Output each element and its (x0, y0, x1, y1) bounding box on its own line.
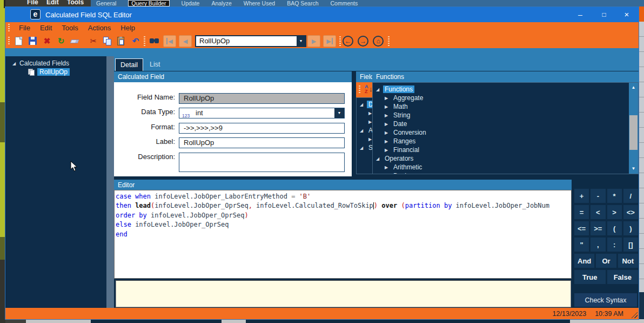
undo-icon[interactable]: ↶ (131, 36, 140, 46)
search-icon[interactable] (149, 36, 159, 46)
delete-icon[interactable]: ✖ (42, 36, 52, 46)
operator-button[interactable]: >= (591, 221, 605, 235)
operator-button[interactable]: " (574, 238, 589, 252)
operator-button[interactable]: ) (623, 221, 638, 235)
background-tab[interactable]: Comments (331, 0, 358, 6)
tree-item-arithmetic[interactable]: ▶Arithmetic (373, 163, 638, 172)
expanded-icon[interactable]: ◢ (360, 128, 367, 133)
description-input[interactable] (179, 153, 345, 172)
data-type-combo[interactable]: 123 int ▼ (179, 108, 345, 118)
tree-item-functions[interactable]: ◢Functions (373, 85, 638, 94)
label-input[interactable]: RollUpOp (179, 137, 345, 148)
nav-last-button[interactable]: ▶ (323, 35, 336, 47)
operator-button[interactable]: = (574, 205, 589, 219)
operator-button[interactable]: <= (574, 221, 589, 235)
nav-first-button[interactable]: ◀ (163, 35, 176, 47)
menu-item-tools[interactable]: Tools (57, 22, 83, 34)
tree-item-math[interactable]: ▶Math (373, 102, 638, 111)
format-input[interactable]: ->>,>>>,>>9 (179, 123, 345, 134)
expanded-icon[interactable]: ◢ (12, 61, 19, 66)
expanded-icon[interactable]: ◢ (360, 102, 367, 107)
operator-button[interactable]: ( (607, 221, 622, 235)
paste-icon[interactable] (117, 36, 126, 46)
back-icon[interactable]: ← (343, 36, 353, 47)
minimize-button[interactable]: – (569, 8, 591, 22)
tree-item-operators[interactable]: ◢Operators (373, 154, 638, 163)
tree-item-calculated-fields[interactable]: ◢ Calculated Fields (6, 59, 106, 68)
background-tab[interactable]: BAQ Search (287, 0, 318, 6)
background-tab[interactable]: General (96, 0, 116, 6)
tree-item-string[interactable]: ▶String (373, 111, 638, 120)
collapsed-icon[interactable]: ▶ (385, 122, 392, 127)
operator-button[interactable]: > (607, 205, 622, 219)
expanded-icon[interactable]: ◢ (376, 87, 383, 92)
menu-item-file[interactable]: File (14, 22, 35, 34)
collapsed-icon[interactable]: ▶ (385, 96, 392, 101)
maximize-button[interactable]: □ (593, 8, 615, 22)
tree-item-conversion[interactable]: ▶Conversion (373, 128, 638, 137)
operator-button[interactable]: [] (623, 238, 638, 252)
copy-icon[interactable] (103, 36, 112, 46)
operator-button-false[interactable]: False (607, 270, 639, 284)
collapsed-icon[interactable]: ▶ (385, 113, 392, 118)
collapsed-icon[interactable]: ▶ (385, 139, 392, 144)
record-selector-combo[interactable]: RollUpOp ▼ (195, 35, 306, 47)
forward-icon[interactable]: → (358, 36, 368, 47)
code-line: case when infoLevel.JobOper_LaborEntryMe… (116, 192, 570, 201)
operator-button[interactable]: + (574, 189, 589, 203)
nav-previous-button[interactable]: ◀ (179, 35, 192, 47)
expanded-icon[interactable]: ◢ (376, 156, 383, 161)
operator-button-not[interactable]: Not (618, 254, 638, 268)
collapsed-icon[interactable]: ▶ (385, 174, 392, 175)
clear-icon[interactable] (70, 36, 80, 46)
tab-list[interactable]: List (145, 58, 165, 71)
background-tab[interactable]: Update (182, 0, 200, 6)
refresh-icon[interactable]: ↻ (56, 36, 66, 46)
save-icon[interactable] (28, 36, 38, 46)
background-tab[interactable]: Query Builder (128, 0, 169, 6)
operator-button[interactable]: - (591, 189, 605, 203)
operator-button-or[interactable]: Or (596, 254, 616, 268)
operator-button[interactable]: <> (623, 205, 638, 219)
collapsed-icon[interactable]: ▶ (385, 165, 392, 170)
tree-item-financial[interactable]: ▶Financial (373, 146, 638, 154)
tree-item-boolean[interactable]: ▶Boolean (373, 172, 638, 174)
menu-item-actions[interactable]: Actions (83, 22, 116, 34)
background-tab[interactable]: Analyze (211, 0, 231, 6)
close-button[interactable]: × (616, 8, 638, 22)
chevron-down-icon[interactable]: ▼ (334, 108, 344, 118)
menu-item-edit[interactable]: Edit (35, 22, 57, 34)
operator-button[interactable]: , (591, 238, 605, 252)
expanded-icon[interactable]: ◢ (360, 146, 367, 150)
operator-button[interactable]: : (607, 238, 622, 252)
resize-grip[interactable] (630, 311, 638, 318)
background-tab[interactable]: Where Used (244, 0, 275, 6)
operator-button[interactable]: / (623, 189, 638, 203)
chevron-down-icon[interactable]: ▼ (297, 36, 305, 46)
tree-item-aggregate[interactable]: ▶Aggregate (373, 94, 638, 102)
menubar-grip[interactable] (8, 24, 10, 32)
collapsed-icon[interactable]: ▶ (385, 130, 392, 135)
operator-button-true[interactable]: True (574, 270, 606, 284)
tree-item-ranges[interactable]: ▶Ranges (373, 137, 638, 146)
operator-button[interactable]: < (591, 205, 605, 219)
check-syntax-button[interactable]: Check Syntax (574, 293, 637, 307)
fields-toolbar-grip[interactable] (359, 85, 360, 94)
panel-splitter[interactable] (106, 56, 114, 308)
cut-icon[interactable]: ✂ (89, 36, 98, 46)
tree-item-date[interactable]: ▶Date (373, 120, 638, 128)
sql-code-editor[interactable]: case when infoLevel.JobOper_LaborEntryMe… (114, 190, 572, 279)
tab-detail[interactable]: Detail (115, 58, 143, 71)
collapsed-icon[interactable]: ▶ (385, 148, 392, 153)
nav-next-button[interactable]: ▶ (307, 35, 320, 47)
new-icon[interactable] (14, 36, 24, 46)
operator-button[interactable]: * (607, 189, 622, 203)
tree-item-rollupop[interactable]: RollUpOp (6, 68, 106, 76)
title-bar[interactable]: e Calculated Field SQL Editor – □ × (5, 7, 639, 22)
operator-button-and[interactable]: And (574, 254, 594, 268)
collapsed-icon[interactable]: ▶ (385, 104, 392, 109)
background-menubar[interactable]: File Edit Tools (5, 0, 91, 6)
toolbar-grip[interactable] (8, 37, 10, 45)
menu-item-help[interactable]: Help (116, 22, 140, 34)
home-icon[interactable]: ⌂ (373, 36, 384, 47)
